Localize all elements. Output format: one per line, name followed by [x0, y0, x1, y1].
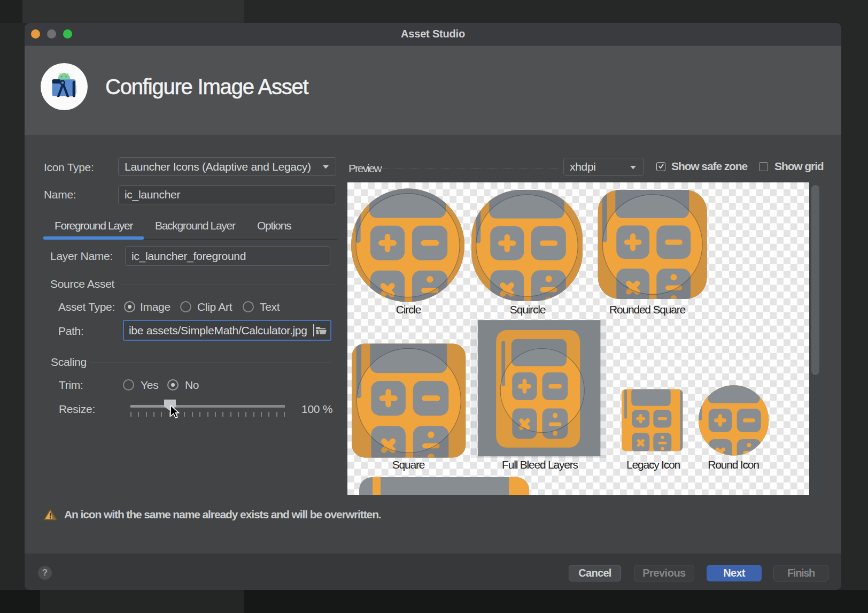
- svg-text:Squircle: Squircle: [510, 303, 546, 316]
- svg-text:Round Icon: Round Icon: [708, 458, 759, 471]
- svg-text:Square: Square: [392, 458, 425, 471]
- svg-text:Rounded Square: Rounded Square: [609, 303, 686, 316]
- svg-text:Circle: Circle: [396, 303, 421, 316]
- svg-text:Legacy Icon: Legacy Icon: [626, 458, 680, 471]
- svg-text:Full Bleed Layers: Full Bleed Layers: [502, 458, 578, 471]
